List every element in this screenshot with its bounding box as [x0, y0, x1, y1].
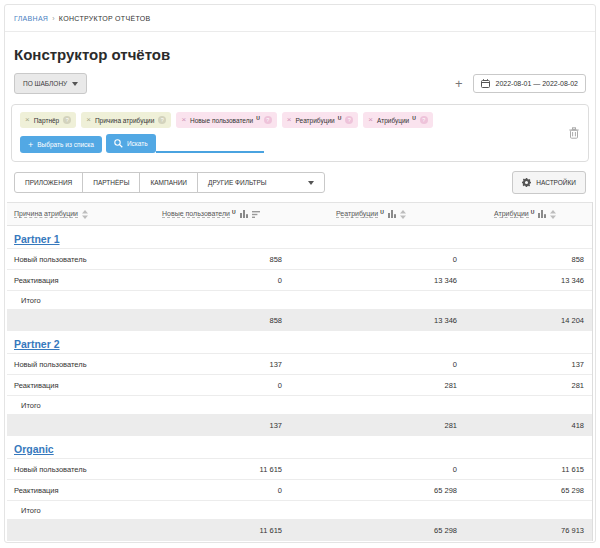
group-total-row: 137281418: [7, 414, 592, 436]
tab-campaigns[interactable]: КАМПАНИИ: [139, 172, 198, 193]
calendar-icon: [481, 79, 490, 88]
select-from-list-button[interactable]: + Выбрать из списка: [20, 136, 102, 153]
plus-icon: +: [28, 142, 33, 148]
breadcrumb-home-link[interactable]: ГЛАВНАЯ: [14, 15, 48, 22]
chip-remove-icon[interactable]: ×: [368, 117, 373, 123]
tab-other-filters[interactable]: ДРУГИЕ ФИЛЬТРЫ: [197, 172, 325, 193]
total-label-row: Итого: [7, 395, 592, 414]
column-header-label[interactable]: Реатрибуции: [336, 210, 378, 218]
row-label: Новый пользователь: [7, 465, 154, 474]
total-value: 65 298: [290, 526, 465, 535]
total-value: 281: [290, 421, 465, 430]
search-input[interactable]: [156, 136, 264, 153]
chip-help-icon[interactable]: ?: [63, 116, 71, 124]
bar-chart-icon: [388, 210, 396, 218]
chevron-down-icon: [308, 181, 314, 185]
total-value: 14 204: [465, 316, 592, 325]
tab-partners[interactable]: ПАРТНЁРЫ: [82, 172, 140, 193]
total-value: 76 913: [465, 526, 592, 535]
gear-icon: [522, 178, 531, 187]
cell-value: 11 615: [154, 465, 290, 474]
chip-label: Партнёр: [34, 117, 60, 124]
cell-value: 137: [465, 360, 592, 369]
column-header-label[interactable]: Причина атрибуции: [14, 210, 78, 218]
total-value: 13 346: [290, 316, 465, 325]
group-link[interactable]: Partner 1: [14, 233, 60, 245]
cell-value: 0: [290, 360, 465, 369]
cell-value: 0: [154, 381, 290, 390]
settings-button[interactable]: НАСТРОЙКИ: [512, 171, 586, 194]
group-link[interactable]: Partner 2: [14, 338, 60, 350]
cell-value: 65 298: [465, 486, 592, 495]
column-header: Новые пользователиU: [154, 210, 290, 218]
chip-help-icon[interactable]: ?: [158, 116, 166, 124]
filter-chip[interactable]: ×АтрибуцииU?: [363, 112, 433, 128]
row-label: Новый пользователь: [7, 360, 154, 369]
cell-value: 13 346: [290, 276, 465, 285]
cell-value: 11 615: [465, 465, 592, 474]
tab-dropdown-label: ДРУГИЕ ФИЛЬТРЫ: [208, 179, 267, 186]
date-controls: + 2022-08-01 — 2022-08-02: [455, 74, 586, 93]
sort-icon: [82, 210, 88, 219]
total-value: 858: [154, 316, 290, 325]
total-label-row: Итого: [7, 290, 592, 309]
date-range-value: 2022-08-01 — 2022-08-02: [495, 80, 578, 87]
table-row: Реактивация013 34613 346: [7, 269, 592, 290]
tab-applications[interactable]: ПРИЛОЖЕНИЯ: [14, 172, 83, 193]
total-label: Итого: [7, 506, 154, 515]
filter-chip[interactable]: ×Новые пользователиU?: [176, 112, 276, 128]
table-row: Новый пользователь1370137: [7, 353, 592, 374]
cell-value: 65 298: [290, 486, 465, 495]
group-header-row: Partner 1: [7, 226, 592, 248]
group-link[interactable]: Organic: [14, 443, 54, 455]
table-body: Partner 1Новый пользователь8580858Реакти…: [7, 226, 592, 541]
chip-help-icon[interactable]: ?: [264, 116, 272, 124]
group-header-row: Organic: [7, 436, 592, 458]
chip-remove-icon[interactable]: ×: [86, 117, 91, 123]
trash-icon: [569, 127, 579, 139]
cell-value: 858: [154, 255, 290, 264]
chip-label: Новые пользователи: [190, 117, 253, 124]
column-header-label[interactable]: Новые пользователи: [162, 210, 230, 218]
chip-remove-icon[interactable]: ×: [181, 117, 186, 123]
search-button-label: Искать: [127, 140, 148, 147]
row-label: Реактивация: [7, 276, 154, 285]
column-header: Причина атрибуции: [7, 210, 154, 219]
cell-value: 137: [154, 360, 290, 369]
cell-value: 0: [290, 465, 465, 474]
template-button-label: ПО ШАБЛОНУ: [23, 80, 67, 87]
template-button[interactable]: ПО ШАБЛОНУ: [14, 73, 87, 94]
filter-chip[interactable]: ×Причина атрибуции?: [81, 112, 171, 128]
select-from-list-label: Выбрать из списка: [37, 141, 94, 148]
group-header-row: Partner 2: [7, 331, 592, 353]
column-header: РеатрибуцииU: [290, 210, 465, 219]
total-label: Итого: [7, 401, 154, 410]
filter-tabs: ПРИЛОЖЕНИЯПАРТНЁРЫКАМПАНИИДРУГИЕ ФИЛЬТРЫ: [14, 172, 325, 193]
total-label: Итого: [7, 296, 154, 305]
cell-value: 281: [290, 381, 465, 390]
column-header-label[interactable]: Атрибуции: [494, 210, 529, 218]
search-button[interactable]: Искать: [106, 134, 156, 153]
row-label: Новый пользователь: [7, 255, 154, 264]
filter-chip[interactable]: ×РеатрибуцииU?: [282, 112, 358, 128]
cell-value: 0: [154, 486, 290, 495]
chip-superscript: U: [412, 115, 416, 121]
search-icon: [114, 139, 123, 148]
filter-actions: + Выбрать из списка Искать: [20, 134, 558, 153]
cell-value: 0: [290, 255, 465, 264]
filter-panel: ×Партнёр?×Причина атрибуции?×Новые польз…: [11, 104, 589, 162]
date-range-picker[interactable]: 2022-08-01 — 2022-08-02: [473, 74, 586, 93]
clear-filters-button[interactable]: [569, 127, 579, 139]
cell-value: 858: [465, 255, 592, 264]
chip-help-icon[interactable]: ?: [345, 116, 353, 124]
filter-chip[interactable]: ×Партнёр?: [20, 112, 76, 128]
page-title: Конструктор отчётов: [14, 46, 586, 63]
add-comparison-button[interactable]: +: [455, 79, 463, 89]
chip-remove-icon[interactable]: ×: [287, 117, 292, 123]
total-value: 137: [154, 421, 290, 430]
chip-remove-icon[interactable]: ×: [25, 117, 30, 123]
sort-desc-icon: [252, 211, 260, 218]
chip-help-icon[interactable]: ?: [420, 116, 428, 124]
row-label: Реактивация: [7, 381, 154, 390]
toolbar: ПРИЛОЖЕНИЯПАРТНЁРЫКАМПАНИИДРУГИЕ ФИЛЬТРЫ…: [14, 171, 586, 194]
